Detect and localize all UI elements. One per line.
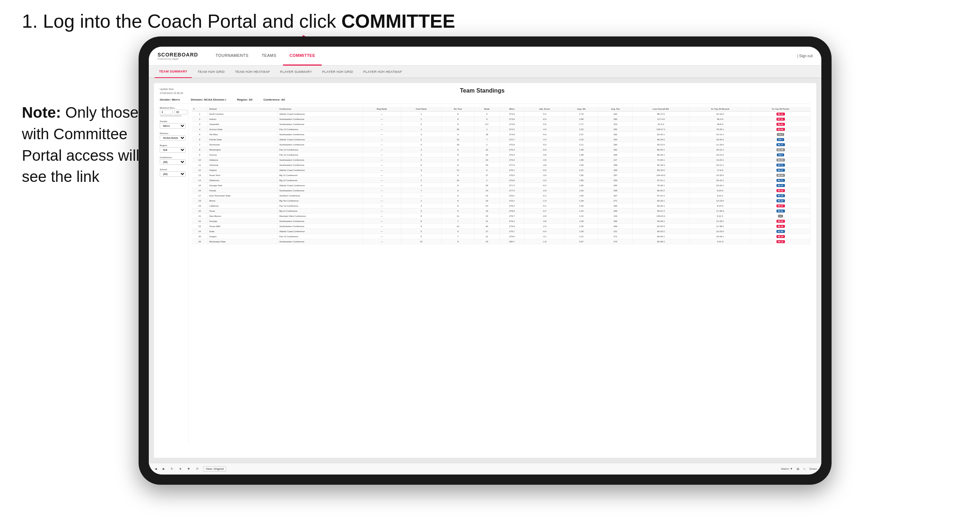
- cell-adj-score: -0.7: [525, 208, 565, 214]
- sub-nav-player-h2h-heatmap[interactable]: PLAYER H2H HEATMAP: [359, 66, 406, 78]
- cell-no-tour: 9: [442, 229, 474, 234]
- cell-conference: Big 12 Conference: [278, 178, 363, 183]
- cell-avg-par: 260: [598, 117, 633, 122]
- cell-no-tour: 9: [442, 208, 474, 214]
- min-rounds-input-1[interactable]: [160, 110, 173, 114]
- cell-conference: Atlantic Coast Conference: [278, 168, 363, 173]
- cell-conference: Big 12 Conference: [278, 173, 363, 178]
- cell-wins: 276.3: [499, 147, 525, 152]
- cell-adj-score: -3.8: [525, 219, 565, 224]
- cell-rank: 17: [192, 193, 207, 198]
- cell-conference: Pac-12 Conference: [278, 147, 363, 152]
- toolbar-add[interactable]: ✚: [186, 467, 191, 471]
- cell-school: Washington: [207, 147, 278, 152]
- conference-select[interactable]: (All): [160, 159, 186, 165]
- cell-rnds: 6: [474, 117, 500, 122]
- cell-pts: 85.02: [751, 188, 810, 193]
- col-vs-top50: Vs Top 50 Points: [751, 107, 810, 111]
- cell-adj-score: -3.5: [525, 173, 565, 178]
- panel-header: Update time: 27/03/2024 16:56:26 Team St…: [160, 87, 810, 95]
- cell-school: Duke: [207, 229, 278, 234]
- min-rounds-input-2[interactable]: [174, 110, 188, 114]
- cell-conf-rank: 5: [401, 157, 441, 162]
- toolbar-refresh[interactable]: ↻: [169, 467, 175, 471]
- nav-committee[interactable]: COMMITTEE: [283, 47, 322, 66]
- cell-no-tour: 8: [442, 183, 474, 188]
- cell-pts: 80.3: [751, 152, 810, 157]
- toolbar-grid[interactable]: ▤: [797, 467, 799, 470]
- cell-conf-rank: 1: [401, 173, 441, 178]
- cell-avg-sg: 1.41: [565, 214, 598, 219]
- cell-low-overall: 88-17-0: [633, 111, 689, 117]
- cell-rank: 9: [192, 152, 207, 157]
- filter-gender-value: Men's: [172, 98, 180, 101]
- view-original-btn[interactable]: View: Original: [203, 466, 226, 471]
- sub-nav-team-h2h-grid[interactable]: TEAM H2H GRID: [193, 66, 229, 78]
- cell-school: Virginia: [207, 168, 278, 173]
- cell-adj-score: -4.0: [525, 127, 565, 132]
- min-rounds-slider[interactable]: [160, 115, 181, 117]
- col-school: School: [207, 107, 278, 111]
- content-panel: Update time: 27/03/2024 16:56:26 Team St…: [154, 83, 816, 458]
- cell-no-tour: 9: [442, 111, 474, 117]
- cell-vs-top25: 10-23-0: [689, 229, 751, 234]
- table-row: 11 Arkansas Southeastern Conference — 6 …: [192, 162, 810, 168]
- cell-wins: 276.0: [499, 157, 525, 162]
- toolbar-bookmark[interactable]: ★: [178, 467, 183, 471]
- cell-avg-par: 262: [598, 132, 633, 137]
- cell-pts: 88.27: [751, 203, 810, 208]
- division-select[interactable]: NCAA Division I NCAA Division II NCAA Di…: [160, 135, 186, 141]
- cell-reg-rank: —: [363, 157, 401, 162]
- cell-wins: 277.2: [499, 183, 525, 188]
- nav-teams[interactable]: TEAMS: [255, 47, 283, 66]
- toolbar-expand[interactable]: ⤡: [803, 467, 806, 470]
- cell-avg-sg: 1.53: [565, 203, 598, 208]
- committee-emphasis: COMMITTEE: [341, 11, 455, 32]
- cell-vs-top25: 11-29-1: [689, 219, 751, 224]
- cell-avg-sg: 2.77: [565, 122, 598, 127]
- cell-conference: Mountain West Conference: [278, 214, 363, 219]
- cell-avg-sg: 1.30: [565, 224, 598, 229]
- cell-pts: 80.16: [751, 193, 810, 198]
- sub-nav-player-h2h-grid[interactable]: PLAYER H2H GRID: [318, 66, 358, 78]
- sign-out[interactable]: | Sign out: [797, 54, 813, 58]
- gender-select[interactable]: Men's Women's: [160, 123, 186, 129]
- cell-pts: 89.13: [751, 239, 810, 244]
- table-row: 19 California Pac-12 Conference — 4 8 24…: [192, 203, 810, 208]
- cell-rank: 5: [192, 132, 207, 137]
- cell-avg-sg: 0.97: [565, 239, 598, 244]
- cell-vs-top25: 9-10-1: [689, 193, 751, 198]
- toolbar-clock[interactable]: ⏱: [194, 467, 200, 471]
- cell-rnds: 27: [474, 173, 500, 178]
- cell-rnds: 19: [474, 208, 500, 214]
- cell-rnds: 26: [474, 183, 500, 188]
- sub-nav-player-summary[interactable]: PLAYER SUMMARY: [276, 66, 316, 78]
- cell-vs-top25: 16-21-0: [689, 152, 751, 157]
- cell-vs-top25: 11-19-0: [689, 142, 751, 147]
- cell-rnds: 30: [474, 224, 500, 229]
- cell-pts: 80.47: [751, 183, 810, 188]
- cell-avg-par: 270: [598, 239, 633, 244]
- cell-conf-rank: 2: [401, 147, 441, 152]
- cell-adj-score: -5.2: [525, 111, 565, 117]
- cell-avg-par: 264: [598, 137, 633, 142]
- sub-nav-team-h2h-heatmap[interactable]: TEAM H2H HEATMAP: [231, 66, 274, 78]
- cell-conf-rank: —: [401, 193, 441, 198]
- col-rank: #: [192, 107, 207, 111]
- nav-tournaments[interactable]: TOURNAMENTS: [209, 47, 255, 66]
- cell-avg-par: 262: [598, 147, 633, 152]
- toolbar-back[interactable]: ◀: [153, 467, 158, 471]
- table-row: 18 Illinois Big Ten Conference — 1 8 23 …: [192, 198, 810, 203]
- cell-reg-rank: —: [363, 234, 401, 239]
- min-rounds-label: Minimum Rou...: [160, 107, 186, 109]
- cell-avg-sg: 2.01: [565, 168, 598, 173]
- toolbar-watch[interactable]: Watch ▼: [781, 467, 793, 470]
- cell-vs-top25: 12-13-0: [689, 198, 751, 203]
- toolbar-forward[interactable]: ▶: [161, 467, 166, 471]
- school-select[interactable]: (All): [160, 171, 186, 177]
- cell-low-overall: 72-30-1: [633, 157, 689, 162]
- toolbar-share[interactable]: Share: [809, 467, 817, 470]
- sub-nav-team-summary[interactable]: TEAM SUMMARY: [154, 66, 192, 78]
- region-select[interactable]: N/A: [160, 147, 186, 153]
- cell-avg-sg: 1.44: [565, 208, 598, 214]
